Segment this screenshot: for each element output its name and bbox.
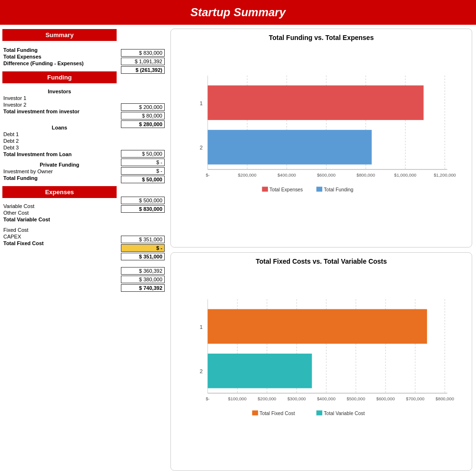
other-cost-value: $ - (121, 244, 165, 252)
debt2-label: Debt 2 (2, 138, 117, 144)
total-expenses-value: $ 1,091,392 (121, 58, 165, 65)
middle-value-panel: $ 830,000 $ 1,091,392 $ (261,392) $ 200,… (119, 25, 167, 475)
variable-cost-value: $ 351,000 (121, 236, 165, 243)
capex-label: CAPEX (2, 233, 117, 240)
total-funding-final-label: Total Funding (2, 175, 117, 181)
svg-text:Total Funding: Total Funding (324, 187, 353, 192)
capex-value: $ 380,000 (121, 276, 165, 283)
total-fixed-cost-label: Total Fixed Cost (2, 240, 117, 247)
svg-rect-19 (317, 187, 322, 191)
svg-text:Total Variable Cost: Total Variable Cost (324, 410, 365, 416)
svg-rect-44 (317, 410, 322, 415)
svg-text:$500,000: $500,000 (347, 397, 365, 401)
investor2-value: $ 80,000 (121, 112, 165, 119)
svg-text:2: 2 (200, 368, 203, 374)
chart1-title: Total Funding vs. Total Expenses (178, 34, 465, 41)
svg-rect-42 (252, 410, 258, 415)
svg-text:$-: $- (206, 397, 209, 401)
difference-label: Difference (Funding - Expenses) (2, 60, 117, 67)
total-funding-value2: $ 830,000 (121, 205, 165, 213)
svg-rect-17 (262, 187, 268, 191)
summary-header: Summary (2, 29, 117, 41)
svg-text:$400,000: $400,000 (317, 397, 336, 401)
chart1-area: 1 2 $- $200,000 $400,000 $600,000 $800,0… (178, 46, 465, 224)
fixed-cost-value: $ 360,392 (121, 267, 165, 275)
total-variable-cost-label: Total Variable Cost (2, 216, 117, 223)
svg-text:$1,000,000: $1,000,000 (394, 173, 416, 178)
svg-text:Total Expenses: Total Expenses (269, 187, 303, 192)
investors-label: Investors (2, 88, 117, 95)
svg-text:$200,000: $200,000 (258, 397, 276, 401)
chart1-container: Total Funding vs. Total Expenses (170, 29, 472, 248)
svg-text:$1,200,000: $1,200,000 (434, 173, 456, 178)
debt2-value: $ - (121, 159, 165, 166)
svg-text:$200,000: $200,000 (238, 173, 257, 178)
private-funding-label: Private Funding (2, 161, 117, 168)
charts-panel: Total Funding vs. Total Expenses (167, 25, 476, 475)
total-funding-value: $ 830,000 (121, 49, 165, 57)
total-investors-value: $ 280,000 (121, 120, 165, 128)
chart2-title: Total Fixed Costs vs. Total Variable Cos… (178, 258, 465, 265)
other-cost-label: Other Cost (2, 209, 117, 216)
chart1-bar1 (208, 85, 424, 120)
funding-header: Funding (2, 71, 117, 83)
chart2-container: Total Fixed Costs vs. Total Variable Cos… (170, 252, 472, 471)
chart2-svg: 1 2 $- $100,000 $200,000 $300,000 $400,0… (178, 270, 465, 447)
investor1-value: $ 200,000 (121, 103, 165, 111)
svg-text:$700,000: $700,000 (406, 397, 425, 401)
investor2-label: Investor 2 (2, 101, 117, 108)
svg-text:$400,000: $400,000 (278, 173, 296, 178)
investment-owner-value: $ 500,000 (121, 197, 165, 204)
svg-text:$300,000: $300,000 (288, 397, 306, 401)
debt1-value: $ 50,000 (121, 150, 165, 158)
debt3-value: $ - (121, 167, 165, 175)
variable-cost-label: Variable Cost (2, 203, 117, 209)
svg-text:2: 2 (200, 145, 203, 150)
investor1-label: Investor 1 (2, 95, 117, 101)
total-investment-investor-label: Total investment from investor (2, 108, 117, 115)
svg-text:1: 1 (200, 100, 203, 106)
total-expenses-label: Total Expenses (2, 53, 117, 60)
total-loan-value: $ 50,000 (121, 176, 165, 183)
total-variable-value: $ 351,000 (121, 253, 165, 260)
svg-text:$600,000: $600,000 (317, 173, 336, 178)
svg-text:1: 1 (200, 324, 203, 329)
left-label-panel: Summary Total Funding Total Expenses Dif… (0, 25, 119, 475)
svg-text:$800,000: $800,000 (436, 397, 454, 401)
svg-text:$100,000: $100,000 (228, 397, 247, 401)
total-funding-label: Total Funding (2, 47, 117, 53)
page-title: Startup Summary (0, 0, 476, 25)
chart2-area: 1 2 $- $100,000 $200,000 $300,000 $400,0… (178, 270, 465, 447)
svg-text:$800,000: $800,000 (357, 173, 375, 178)
total-investment-loan-label: Total Investment from Loan (2, 151, 117, 158)
total-fixed-value: $ 740,392 (121, 284, 165, 292)
chart2-bar2 (208, 353, 312, 388)
loans-label: Loans (2, 124, 117, 131)
chart1-bar2 (208, 130, 372, 165)
svg-text:$600,000: $600,000 (376, 397, 395, 401)
difference-value: $ (261,392) (121, 66, 165, 74)
chart2-bar1 (208, 309, 427, 344)
svg-text:$-: $- (206, 173, 209, 178)
fixed-cost-label: Fixed Cost (2, 227, 117, 233)
expenses-header: Expenses (2, 186, 117, 198)
debt1-label: Debt 1 (2, 131, 117, 138)
debt3-label: Debt 3 (2, 144, 117, 151)
svg-text:Total Fixed Cost: Total Fixed Cost (259, 410, 295, 416)
chart1-svg: 1 2 $- $200,000 $400,000 $600,000 $800,0… (178, 46, 465, 224)
investment-owner-label: Investment by Owner (2, 168, 117, 175)
